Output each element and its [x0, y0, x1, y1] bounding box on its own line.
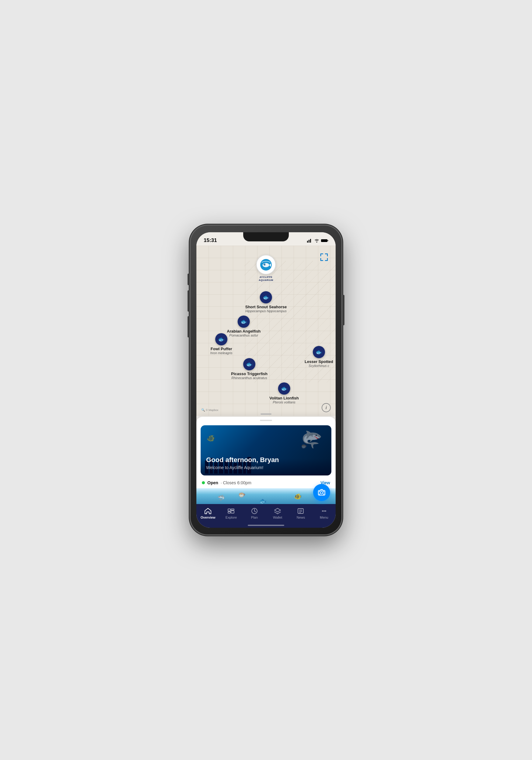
ocean-fish-2: 🐟 — [259, 498, 266, 505]
news-icon — [297, 508, 304, 514]
nav-item-news[interactable]: News — [289, 507, 312, 519]
welcome-background: 🦈 🐠 🐡 — [201, 425, 331, 475]
svg-rect-5 — [328, 240, 328, 241]
pin-name-short-snout: Short Snout Seahorse — [245, 305, 287, 309]
svg-line-28 — [277, 512, 281, 514]
welcome-greeting: Good afternoon, Bryan — [206, 456, 326, 464]
expand-button[interactable] — [318, 252, 329, 262]
notch — [243, 232, 289, 241]
battery-icon — [321, 239, 328, 243]
svg-rect-1 — [309, 240, 310, 243]
map-pin-fowl-puffer[interactable]: 🐟 Fowl Puffer hron meleagris — [210, 333, 232, 355]
welcome-text: Good afternoon, Bryan Welcome to Aycliff… — [206, 456, 326, 470]
wifi-icon — [314, 239, 319, 243]
svg-rect-2 — [310, 239, 311, 243]
pin-circle: 🐟 — [260, 291, 272, 304]
map-pin-lesser-spotted[interactable]: 🐟 Lesser Spotted Scyliorhinus c — [305, 346, 333, 367]
pin-circle: 🐟 — [215, 333, 227, 345]
map-pin-volitan-lionfish[interactable]: 🐟 Volitan Lionfish Pterois volitans — [269, 382, 299, 404]
signal-icon — [307, 239, 313, 243]
svg-rect-22 — [231, 509, 234, 510]
open-indicator — [202, 481, 205, 484]
camera-scan-button[interactable] — [313, 484, 330, 501]
ocean-fish-1: 🦈 — [218, 494, 225, 501]
phone-screen: 15:31 — [196, 232, 336, 528]
expand-icon — [320, 253, 328, 261]
svg-point-33 — [322, 510, 323, 512]
map-pin-short-snout-seahorse[interactable]: 🐟 Short Snout Seahorse Hippocampus hippo… — [245, 291, 287, 313]
aquarium-logo-icon — [259, 259, 273, 271]
closes-text: · Closes 6:00pm — [221, 480, 251, 485]
bottom-nav: Overview Explore — [196, 504, 336, 528]
nav-label-plan: Plan — [251, 516, 258, 519]
svg-rect-24 — [231, 511, 234, 513]
open-label: Open — [207, 480, 218, 485]
venue-status-row: Open · Closes 6:00pm View — [196, 475, 336, 488]
pin-latin-volitan: Pterois volitans — [269, 401, 299, 404]
svg-rect-11 — [318, 490, 325, 495]
menu-icon — [320, 508, 328, 514]
svg-point-7 — [263, 263, 269, 267]
phone-frame: 15:31 — [190, 225, 342, 535]
pin-latin-picasso: Rhinecanthus aculeatus — [231, 376, 267, 380]
ocean-fish-3: 🐠 — [294, 493, 302, 500]
svg-point-12 — [320, 492, 323, 494]
svg-rect-21 — [228, 509, 230, 511]
pin-circle: 🐟 — [278, 382, 290, 395]
pin-circle: 🐟 — [313, 346, 325, 358]
ocean-fish-4: 🐡 — [238, 491, 246, 499]
pin-circle: 🐟 — [243, 358, 255, 370]
sheet-handle[interactable] — [260, 420, 272, 421]
svg-point-34 — [323, 510, 325, 512]
open-status: Open · Closes 6:00pm — [202, 480, 251, 485]
pin-name-picasso: Picasso Triggerfish — [231, 371, 267, 376]
map-drag-handle[interactable] — [261, 413, 271, 415]
pin-latin-lesser: Scyliorhinus c — [305, 364, 333, 367]
volume-down-button[interactable] — [188, 316, 189, 337]
svg-rect-0 — [307, 241, 308, 243]
overview-icon — [204, 508, 212, 514]
nav-label-menu: Menu — [320, 516, 328, 519]
nav-item-explore[interactable]: Explore — [219, 507, 243, 519]
status-icons — [307, 239, 328, 243]
svg-marker-26 — [274, 508, 281, 512]
nav-item-wallet[interactable]: Wallet — [266, 507, 289, 519]
wallet-icon — [274, 508, 281, 514]
phone-wrapper: 15:31 — [187, 220, 345, 540]
nav-label-explore: Explore — [225, 516, 237, 519]
map-logo-circle — [256, 255, 276, 274]
nav-item-plan[interactable]: Plan — [243, 507, 266, 519]
explore-icon — [227, 508, 235, 514]
map-area: AYCLIFFE AQUARIUM — [196, 246, 336, 416]
info-button[interactable]: i — [322, 403, 331, 412]
mapbox-attribution: 🔍 © Mapbox — [201, 408, 218, 412]
nav-item-menu[interactable]: Menu — [313, 507, 336, 519]
welcome-subtitle: Welcome to Aycliffe Aquarium! — [206, 465, 326, 470]
status-time: 15:31 — [204, 237, 217, 244]
svg-point-35 — [325, 510, 326, 512]
svg-point-3 — [316, 241, 317, 242]
svg-point-10 — [264, 264, 265, 265]
map-pin-picasso-triggerfish[interactable]: 🐟 Picasso Triggerfish Rhinecanthus acule… — [231, 358, 267, 380]
pin-latin-fowl: hron meleagris — [210, 351, 232, 355]
home-indicator — [248, 525, 284, 526]
volume-mute-button[interactable] — [188, 274, 189, 285]
nav-item-overview[interactable]: Overview — [196, 507, 219, 519]
camera-scan-icon — [318, 489, 325, 497]
pin-circle: 🐟 — [238, 315, 250, 328]
map-logo-text: AYCLIFFE AQUARIUM — [256, 276, 276, 281]
welcome-card: 🦈 🐠 🐡 — [201, 425, 331, 475]
map-logo: AYCLIFFE AQUARIUM — [256, 255, 276, 281]
pin-latin-short-snout: Hippocampus hippocampus — [245, 309, 287, 313]
nav-label-wallet: Wallet — [273, 516, 282, 519]
pin-name-lesser: Lesser Spotted — [305, 359, 333, 364]
volume-up-button[interactable] — [188, 290, 189, 311]
power-button[interactable] — [343, 295, 344, 325]
svg-rect-23 — [228, 512, 230, 513]
nav-label-overview: Overview — [201, 516, 216, 519]
nav-label-news: News — [297, 516, 305, 519]
pin-name-arabian: Arabian Angelfish — [227, 329, 261, 333]
plan-icon — [251, 508, 258, 514]
svg-rect-4 — [321, 239, 327, 242]
pin-name-volitan: Volitan Lionfish — [269, 396, 299, 401]
